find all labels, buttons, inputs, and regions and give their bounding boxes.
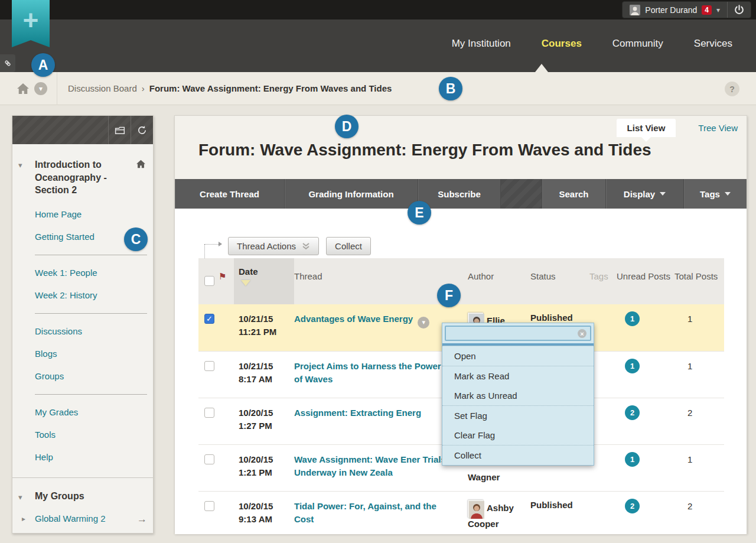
thread-actions-label: Thread Actions — [237, 241, 296, 251]
breadcrumb-bar: ▾ Discussion Board › Forum: Wave Assignm… — [0, 72, 756, 105]
column-header-status[interactable]: Status — [530, 258, 589, 304]
divider — [12, 477, 153, 478]
unread-posts-badge[interactable]: 2 — [625, 499, 640, 513]
thread-menu-icon[interactable]: ▾ — [418, 317, 429, 329]
thread-link[interactable]: Assignment: Extracting Energ — [294, 408, 421, 418]
thread-link[interactable]: Tidal Power: For, Against, and the Cost — [294, 501, 436, 524]
top-bar-upper: Porter Durand 4 ▾ — [0, 0, 756, 19]
course-home-icon[interactable] — [136, 160, 146, 168]
divider — [35, 313, 147, 314]
chevron-down-icon — [725, 192, 731, 196]
menu-item-mark-as-read[interactable]: Mark as Read — [442, 366, 594, 386]
column-header-total-posts[interactable]: Total Posts — [674, 258, 724, 304]
refresh-button[interactable] — [131, 116, 153, 144]
breadcrumb: Discussion Board › Forum: Wave Assignmen… — [68, 83, 392, 93]
sidebar-item-global-warming-2[interactable]: Global Warming 2 — [35, 513, 147, 524]
unread-posts-badge[interactable]: 1 — [625, 359, 640, 373]
thread-link[interactable]: Advantages of Wave Energy — [294, 314, 413, 324]
blackboard-screen: Porter Durand 4 ▾ My Institution Courses… — [0, 0, 756, 543]
open-group-arrow-icon[interactable]: → — [137, 513, 147, 525]
primary-nav: My Institution Courses Community Service… — [452, 38, 732, 50]
column-header-unread-posts[interactable]: Unread Posts — [617, 258, 674, 304]
add-course-ribbon[interactable]: + — [12, 0, 50, 47]
create-thread-button[interactable]: Create Thread — [175, 179, 285, 209]
unread-posts-badge[interactable]: 1 — [625, 452, 640, 467]
sidebar-item-blogs[interactable]: Blogs — [35, 349, 153, 359]
breadcrumb-dropdown-icon[interactable]: ▾ — [34, 82, 47, 95]
sidebar-item-tools[interactable]: Tools — [35, 430, 153, 440]
sidebar-item-groups[interactable]: Groups — [35, 371, 153, 381]
sidebar-item-discussions[interactable]: Discussions — [35, 326, 153, 336]
close-icon[interactable]: × — [578, 329, 586, 338]
sidebar-item-my-grades[interactable]: My Grades — [35, 407, 153, 417]
menu-item-collect[interactable]: Collect — [442, 446, 594, 465]
thread-actions-button[interactable]: Thread Actions — [228, 237, 319, 255]
select-all-checkbox[interactable] — [204, 276, 214, 286]
author-avatar — [468, 500, 483, 518]
menu-item-mark-as-unread[interactable]: Mark as Unread — [442, 386, 594, 405]
sidebar-item-week1[interactable]: Week 1: People — [35, 268, 153, 278]
menu-item-open[interactable]: Open — [442, 346, 594, 366]
divider — [57, 72, 57, 105]
link-shortcut[interactable] — [0, 54, 15, 72]
menu-item-clear-flag[interactable]: Clear Flag — [442, 425, 594, 445]
breadcrumb-link-discussion-board[interactable]: Discussion Board — [68, 83, 137, 93]
chevron-down-icon[interactable]: ▾ — [716, 6, 720, 14]
total-posts: 2 — [674, 492, 724, 538]
top-bar: Porter Durand 4 ▾ My Institution Courses… — [0, 0, 756, 72]
logout-button[interactable] — [727, 2, 751, 18]
annotation-b: B — [439, 77, 462, 100]
display-menu-button[interactable]: Display — [606, 179, 684, 209]
unread-posts-badge[interactable]: 1 — [625, 311, 640, 326]
sidebar-item-week2[interactable]: Week 2: History — [35, 290, 153, 300]
tags-label: Tags — [700, 189, 720, 199]
annotation-c: C — [124, 227, 148, 251]
tags-menu-button[interactable]: Tags — [684, 179, 747, 209]
author-cell: Ashby Cooper — [468, 492, 530, 538]
sidebar-item-help[interactable]: Help — [35, 452, 153, 462]
total-posts: 1 — [674, 445, 724, 491]
home-icon[interactable] — [17, 83, 30, 95]
menu-item-set-flag[interactable]: Set Flag — [442, 406, 594, 425]
display-label: Display — [624, 189, 655, 199]
search-button[interactable]: Search — [542, 179, 606, 209]
column-header-author[interactable]: Author — [468, 258, 530, 304]
power-icon — [734, 4, 745, 15]
subscribe-button[interactable]: Subscribe — [418, 179, 501, 209]
thread-link[interactable]: Wave Assignment: Wave Ener Trials Underw… — [294, 454, 446, 477]
row-checkbox[interactable] — [204, 408, 214, 418]
expand-caret-icon[interactable]: ▸ — [22, 515, 25, 523]
nav-tab-courses[interactable]: Courses — [542, 38, 582, 50]
total-posts: 2 — [674, 398, 724, 444]
sort-descending-icon — [241, 280, 250, 286]
collapse-caret-icon[interactable]: ▾ — [18, 161, 22, 170]
unread-posts-badge[interactable]: 2 — [625, 405, 640, 420]
column-header-date[interactable]: Date — [234, 258, 294, 304]
sidebar-item-home-page[interactable]: Home Page — [35, 209, 153, 219]
folder-view-button[interactable] — [108, 116, 131, 144]
column-header-tags[interactable]: Tags — [589, 258, 617, 304]
nav-tab-my-institution[interactable]: My Institution — [452, 38, 511, 50]
row-checkbox[interactable]: ✓ — [204, 314, 214, 324]
tab-tree-view[interactable]: Tree View — [698, 123, 738, 133]
divider — [35, 394, 147, 395]
user-menu[interactable]: Porter Durand 4 ▾ — [622, 1, 751, 18]
row-checkbox[interactable] — [204, 454, 214, 464]
breadcrumb-current: Forum: Wave Assignment: Energy From Wave… — [149, 83, 392, 93]
tab-list-view[interactable]: List View — [617, 119, 676, 137]
nav-tab-services[interactable]: Services — [694, 38, 732, 50]
help-button[interactable]: ? — [725, 82, 739, 96]
notification-badge[interactable]: 4 — [702, 5, 712, 15]
flag-column-icon: ⚑ — [219, 258, 234, 304]
total-posts: 1 — [674, 352, 724, 398]
row-checkbox[interactable] — [204, 501, 214, 511]
thread-link[interactable]: Project Aims to Harness the Power of Wav… — [294, 361, 441, 384]
grading-information-button[interactable]: Grading Information — [285, 179, 418, 209]
nav-tab-community[interactable]: Community — [612, 38, 663, 50]
collapse-caret-icon[interactable]: ▾ — [18, 493, 22, 502]
collect-label: Collect — [335, 241, 362, 251]
annotation-e: E — [408, 201, 431, 225]
row-checkbox[interactable] — [204, 361, 214, 371]
collect-button[interactable]: Collect — [326, 237, 371, 255]
annotation-d: D — [335, 115, 359, 138]
